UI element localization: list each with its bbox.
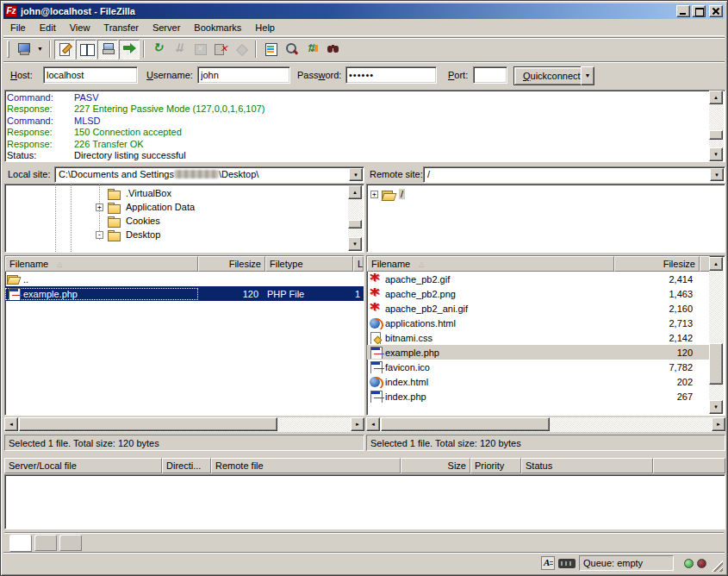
message-log[interactable]: Command:PASV Response:227 Entering Passi… [4, 90, 725, 162]
scroll-up-button[interactable]: ▲ [348, 185, 362, 199]
column-header-filesize[interactable]: Filesize [614, 256, 700, 272]
scroll-up-button[interactable]: ▲ [709, 91, 723, 104]
quickconnect-dropdown-button[interactable]: ▼ [581, 66, 594, 85]
file-row[interactable]: index.php 267 [367, 389, 710, 404]
file-row[interactable]: apache_pb2.gif 2,414 [367, 272, 710, 286]
local-site-combo[interactable]: C:\Documents and Settings\Desktop\ ▼ [54, 166, 364, 183]
queue-tab[interactable] [9, 535, 32, 552]
scroll-thumb[interactable] [709, 343, 723, 385]
minimize-button[interactable] [676, 5, 690, 17]
scroll-thumb[interactable] [381, 417, 550, 431]
close-button[interactable] [709, 5, 723, 17]
toolbar-button[interactable] [34, 40, 46, 59]
queue-tab[interactable] [34, 535, 57, 551]
column-header-size[interactable]: Size [401, 458, 470, 473]
toolbar-button[interactable] [190, 40, 210, 59]
maximize-button[interactable] [692, 5, 706, 17]
toolbar-toggle-button[interactable] [54, 40, 75, 59]
quickconnect-button[interactable]: Quickconnect [513, 66, 590, 85]
file-row[interactable]: apache_pb2_ani.gif 2,160 [367, 301, 710, 316]
column-header-lastmodified[interactable]: L [353, 256, 364, 272]
tree-item[interactable]: Application Data [5, 200, 346, 214]
menu-item[interactable]: Transfer [96, 21, 146, 34]
remote-list-scrollbar[interactable]: ▲ ▼ [709, 257, 724, 414]
toolbar-toggle-button[interactable] [119, 40, 140, 59]
file-row[interactable]: index.html 202 [367, 374, 710, 389]
file-row[interactable]: bitnami.css 2,142 [367, 330, 710, 345]
queue-body[interactable] [4, 474, 725, 529]
file-row[interactable]: .. [5, 272, 364, 286]
scroll-down-button[interactable]: ▼ [348, 237, 362, 251]
cancel-icon [193, 42, 208, 56]
username-input[interactable] [197, 66, 290, 84]
tree-item[interactable]: Desktop [5, 228, 346, 241]
menu-item[interactable]: Edit [33, 21, 63, 34]
scroll-thumb[interactable] [709, 130, 723, 140]
tree-item[interactable]: / [370, 187, 725, 201]
toolbar-toggle-button[interactable] [76, 40, 96, 59]
data-type-indicator-icon[interactable] [541, 556, 555, 570]
expander-icon[interactable] [96, 231, 103, 239]
menu-item[interactable]: File [3, 21, 33, 34]
remote-tree[interactable]: / [366, 184, 725, 253]
toolbar-button[interactable] [148, 40, 169, 59]
file-row[interactable]: example.php 120 [367, 345, 710, 360]
remote-list-hscrollbar[interactable]: ◄ ► [366, 417, 725, 432]
column-header-priority[interactable]: Priority [470, 458, 521, 473]
scroll-thumb[interactable] [19, 417, 277, 431]
combo-dropdown-icon[interactable]: ▼ [349, 168, 363, 181]
tree-item[interactable]: Cookies [5, 214, 346, 228]
column-header-remote-file[interactable]: Remote file [211, 458, 401, 473]
toolbar-button[interactable] [231, 40, 252, 59]
toolbar-grip[interactable] [7, 41, 9, 58]
column-header-status[interactable]: Status [521, 458, 653, 473]
file-row[interactable]: applications.html 2,713 [367, 316, 710, 330]
file-row[interactable]: apache_pb2.png 1,463 [367, 286, 710, 301]
queue-tab[interactable] [59, 535, 82, 551]
speed-limit-icon[interactable] [558, 559, 576, 568]
toolbar-button[interactable] [322, 40, 343, 59]
menu-item[interactable]: View [63, 21, 97, 34]
column-header-filetype[interactable]: Filetype [265, 256, 353, 272]
scroll-thumb[interactable] [348, 220, 362, 229]
column-header-direction[interactable]: Directi... [162, 458, 211, 473]
toolbar-button[interactable] [13, 40, 34, 59]
file-row[interactable]: favicon.ico 7,782 [367, 360, 710, 374]
local-list-hscrollbar[interactable]: ◄ ► [4, 417, 364, 432]
remote-site-combo[interactable]: / ▼ [423, 166, 725, 183]
file-row[interactable]: example.php 120 PHP File 1 [5, 286, 364, 301]
combo-dropdown-icon[interactable]: ▼ [710, 168, 724, 181]
title-bar[interactable]: Fz john@localhost - FileZilla [3, 3, 725, 19]
scroll-up-button[interactable]: ▲ [709, 257, 723, 271]
scroll-down-button[interactable]: ▼ [709, 400, 723, 414]
column-header-filesize[interactable]: Filesize [198, 256, 265, 272]
menu-item[interactable]: Help [248, 21, 282, 34]
toolbar-button[interactable] [281, 40, 302, 59]
password-input[interactable] [345, 66, 437, 84]
host-input[interactable] [43, 66, 138, 84]
scroll-right-button[interactable]: ► [351, 417, 364, 431]
column-header-server-local-file[interactable]: Server/Local file [4, 458, 162, 473]
scroll-right-button[interactable]: ► [712, 417, 725, 431]
quickconnect-bar: Host: Username: Password: Port: Quickcon… [3, 61, 725, 88]
scroll-left-button[interactable]: ◄ [366, 417, 380, 431]
column-header-filename[interactable]: Filename△ [367, 256, 614, 272]
local-tree-scrollbar[interactable]: ▲ ▼ [348, 185, 363, 251]
menu-item[interactable]: Bookmarks [187, 21, 248, 34]
port-input[interactable] [473, 66, 507, 84]
toolbar-button[interactable] [260, 40, 281, 59]
toolbar-button[interactable] [302, 40, 322, 59]
log-scrollbar[interactable]: ▲ ▼ [709, 91, 724, 161]
tree-item[interactable]: .VirtualBox [5, 186, 346, 200]
scroll-left-button[interactable]: ◄ [4, 417, 18, 431]
toolbar-toggle-button[interactable] [97, 40, 118, 59]
column-header-filename[interactable]: Filename△ [5, 256, 198, 272]
expander-icon[interactable] [370, 191, 378, 198]
toolbar-button[interactable] [210, 40, 231, 59]
menu-item[interactable]: Server [146, 21, 187, 34]
scroll-down-button[interactable]: ▼ [709, 147, 723, 161]
local-tree[interactable]: .VirtualBox Application Data Cookies Des… [4, 184, 364, 253]
resize-grip[interactable] [710, 559, 723, 572]
toolbar-button[interactable] [169, 40, 190, 59]
expander-icon[interactable] [96, 203, 103, 211]
